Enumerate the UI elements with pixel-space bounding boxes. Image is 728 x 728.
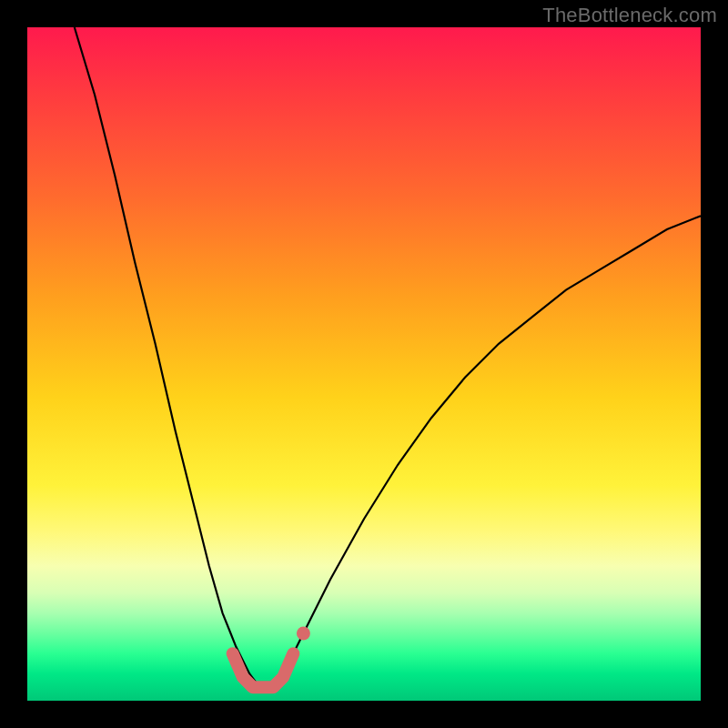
outer-frame: TheBottleneck.com [0, 0, 728, 728]
watermark-text: TheBottleneck.com [542, 4, 717, 27]
chart-svg [27, 27, 701, 701]
plot-area [27, 27, 701, 701]
optimal-range-marker [233, 653, 294, 687]
optimal-range-end-dot [297, 627, 310, 641]
bottleneck-curve [75, 27, 701, 687]
